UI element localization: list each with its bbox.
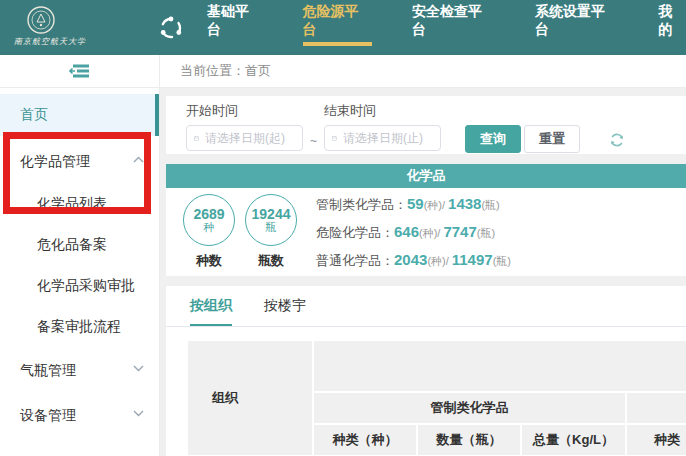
university-emblem-icon	[26, 5, 56, 35]
tab-by-building[interactable]: 按楼宇	[264, 286, 306, 326]
table-header-types-2: 种类（种）	[626, 424, 686, 456]
stat-bottles-unit: (瓶)	[481, 198, 499, 213]
search-button[interactable]: 查询	[465, 125, 521, 153]
sidebar-group-gas-cylinder-management[interactable]: 气瓶管理	[0, 350, 159, 392]
reset-button[interactable]: 重置	[524, 125, 580, 153]
species-count-label: 种数	[196, 252, 222, 270]
species-count-circle: 2689 种 种数	[178, 194, 240, 270]
breadcrumb: 当前位置：首页	[160, 55, 686, 88]
chevron-down-icon	[133, 365, 144, 372]
end-time-label: 结束时间	[324, 102, 441, 120]
platform-menu: 基础平台 危险源平台 安全检查平台 系统设置平台 我的	[207, 0, 686, 55]
end-date-text-input[interactable]	[343, 131, 433, 145]
sidebar-item-hazchem-filing[interactable]: 危化品备案	[0, 224, 159, 265]
chemical-stat-lines: 管制类化学品： 59 (种)/ 1438 (瓶) 危险化学品： 646 (种)/…	[316, 195, 511, 270]
start-time-field: 开始时间	[186, 102, 303, 154]
sidebar-item-home[interactable]: 首页	[0, 94, 159, 136]
app-window: 南京航空航天大学 基础平台 危险源平台 安全检查平台 系统设置平台 我的	[0, 0, 686, 456]
species-count-unit: 种	[204, 221, 215, 234]
stat-types-value: 59	[407, 195, 424, 212]
date-range-separator: ~	[310, 134, 317, 148]
sidebar-item-chemical-list[interactable]: 化学品列表	[0, 183, 159, 224]
bottle-count-unit: 瓶	[266, 221, 277, 234]
summary-table: 组织 管制类化学品 种类（种） 数量（瓶） 总量（Kg/L）	[186, 339, 686, 456]
table-header-organization: 组织	[187, 340, 313, 456]
sidebar-group-label: 气瓶管理	[20, 362, 76, 380]
summary-table-wrap: 组织 管制类化学品 种类（种） 数量（瓶） 总量（Kg/L）	[166, 327, 686, 456]
controlled-chemicals-stat: 管制类化学品： 59 (种)/ 1438 (瓶)	[316, 195, 511, 214]
start-date-input[interactable]	[186, 125, 303, 151]
sidebar-item-chemical-purchase-approval[interactable]: 化学品采购审批	[0, 265, 159, 306]
stat-label: 管制类化学品：	[316, 196, 407, 214]
view-tabs: 按组织 按楼宇	[166, 286, 686, 327]
end-date-input[interactable]	[324, 125, 441, 151]
chemical-panel: 化学品 2689 种 种数 19244 瓶	[166, 164, 686, 276]
stat-bottles-unit: (瓶)	[477, 226, 495, 241]
table-group-header-controlled-chemicals: 管制类化学品	[313, 392, 626, 424]
sidebar: 首页 化学品管理 化学品列表 危化品备案 化学品采购审批	[0, 55, 160, 456]
nav-item-system-settings-platform[interactable]: 系统设置平台	[535, 0, 618, 46]
stat-label: 危险化学品：	[316, 224, 394, 242]
ordinary-chemicals-stat: 普通化学品： 2043 (种)/ 11497 (瓶)	[316, 251, 511, 270]
chevron-down-icon	[133, 410, 144, 417]
stat-bottles-value: 1438	[448, 195, 481, 212]
chemical-panel-title: 化学品	[166, 164, 686, 188]
share-network-icon	[157, 14, 185, 42]
table-header-types: 种类（种）	[313, 424, 417, 456]
platform-switcher-icon-wrap[interactable]	[157, 0, 185, 55]
active-indicator	[155, 94, 159, 136]
stat-bottles-value: 7747	[443, 223, 476, 240]
sidebar-item-label: 备案审批流程	[37, 318, 121, 336]
stat-types-unit: (种)/	[419, 226, 440, 241]
top-navbar: 南京航空航天大学 基础平台 危险源平台 安全检查平台 系统设置平台 我的	[0, 0, 686, 55]
table-header-top-blank	[313, 340, 686, 392]
sidebar-menu: 首页 化学品管理 化学品列表 危化品备案 化学品采购审批	[0, 88, 159, 437]
species-count-value: 2689	[193, 207, 224, 221]
nav-item-mine[interactable]: 我的	[658, 0, 686, 46]
bottle-count-value: 19244	[252, 207, 291, 221]
breadcrumb-label: 当前位置：首页	[180, 62, 271, 80]
sidebar-item-label: 危化品备案	[37, 236, 107, 254]
stat-types-unit: (种)/	[427, 254, 448, 269]
calendar-icon	[332, 132, 337, 145]
sidebar-group-chemical-management[interactable]: 化学品管理	[0, 141, 159, 183]
refresh-button[interactable]	[608, 131, 626, 149]
sidebar-group-label: 设备管理	[20, 407, 76, 425]
sidebar-group-equipment-management[interactable]: 设备管理	[0, 395, 159, 437]
start-date-text-input[interactable]	[205, 131, 295, 145]
nav-item-safety-inspection-platform[interactable]: 安全检查平台	[412, 0, 495, 46]
table-header-total: 总量（Kg/L）	[521, 424, 626, 456]
refresh-icon	[608, 131, 626, 149]
nav-item-hazard-source-platform[interactable]: 危险源平台	[303, 0, 372, 46]
university-logo: 南京航空航天大学	[0, 0, 157, 55]
stat-types-value: 2043	[394, 251, 427, 268]
bottle-count-label: 瓶数	[258, 252, 284, 270]
stat-bottles-unit: (瓶)	[493, 254, 511, 269]
tab-by-organization[interactable]: 按组织	[190, 286, 232, 326]
calendar-icon	[194, 132, 199, 145]
nav-item-basic-platform[interactable]: 基础平台	[207, 0, 262, 46]
main-content: 开始时间 ~ 结束时间	[160, 88, 686, 456]
sidebar-item-filing-approval-flow[interactable]: 备案审批流程	[0, 306, 159, 347]
end-time-field: 结束时间	[324, 102, 441, 154]
table-group-header-next	[626, 392, 686, 424]
sidebar-item-label: 化学品采购审批	[37, 277, 135, 295]
stat-label: 普通化学品：	[316, 252, 394, 270]
sidebar-collapse-icon[interactable]	[69, 63, 91, 79]
sidebar-group-label: 化学品管理	[20, 153, 90, 171]
date-filter-card: 开始时间 ~ 结束时间	[166, 96, 686, 154]
start-time-label: 开始时间	[186, 102, 303, 120]
sidebar-item-label: 首页	[20, 106, 48, 124]
bottle-count-circle: 19244 瓶 瓶数	[240, 194, 302, 270]
chevron-up-icon	[133, 156, 144, 163]
stat-types-value: 646	[394, 223, 419, 240]
hazardous-chemicals-stat: 危险化学品： 646 (种)/ 7747 (瓶)	[316, 223, 511, 242]
university-name: 南京航空航天大学	[14, 36, 157, 47]
organization-table-card: 按组织 按楼宇 组织 管	[166, 286, 686, 456]
table-header-quantity: 数量（瓶）	[417, 424, 521, 456]
sidebar-item-label: 化学品列表	[37, 195, 107, 213]
stat-types-unit: (种)/	[424, 198, 445, 213]
stat-bottles-value: 11497	[452, 251, 493, 268]
